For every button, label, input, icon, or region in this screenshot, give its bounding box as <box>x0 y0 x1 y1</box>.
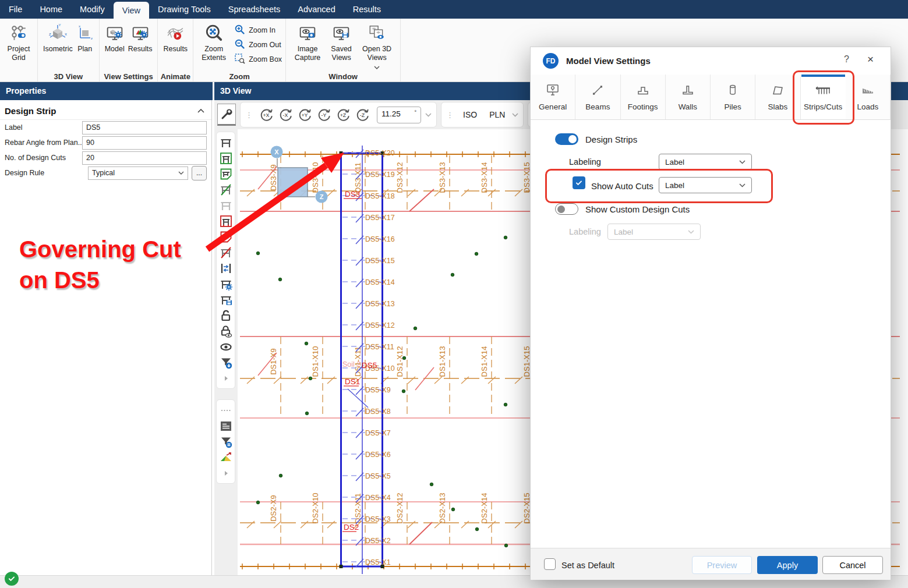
property-row-rebar-angle: Rebar Angle from Plan... 90 <box>0 135 211 150</box>
tab-footings-label: Footings <box>628 102 658 111</box>
preview-button[interactable]: Preview <box>692 556 752 574</box>
label-field-input[interactable]: DS5 <box>82 121 207 134</box>
dialog-tab-slabs[interactable]: Slabs <box>755 75 800 119</box>
tab-file[interactable]: File <box>0 0 31 19</box>
member-frame-icon[interactable] <box>218 134 234 150</box>
frame-save-icon[interactable] <box>218 292 234 307</box>
member-boxed-green-icon[interactable] <box>218 150 234 166</box>
dialog-title: Model View Settings <box>566 56 651 66</box>
rotation-angle-input[interactable]: 11.25 ° <box>377 107 421 123</box>
tab-spreadsheets[interactable]: Spreadsheets <box>220 0 289 19</box>
rebar-angle-input[interactable]: 90 <box>82 136 207 150</box>
member-boxed-red-icon[interactable] <box>218 213 234 229</box>
member-partial-red-icon[interactable] <box>218 229 234 245</box>
tab-modify[interactable]: Modify <box>71 0 114 19</box>
view-tools-wrench-button[interactable] <box>217 104 236 126</box>
chevron-down-icon[interactable] <box>374 63 380 72</box>
dialog-tab-piles[interactable]: Piles <box>711 75 755 119</box>
tab-home[interactable]: Home <box>31 0 71 19</box>
open-3d-views-button[interactable]: Open 3D Views <box>357 20 397 73</box>
design-strips-toggle[interactable] <box>555 133 578 145</box>
member-diagonal-red-icon[interactable] <box>218 245 234 260</box>
member-diagonal-green-icon[interactable] <box>218 182 234 197</box>
iso-view-button[interactable]: ISO <box>458 110 482 119</box>
results-settings-button[interactable]: Results <box>126 20 154 55</box>
rotate-minus-x-button[interactable]: -X <box>276 105 295 125</box>
custom-labeling-dropdown[interactable]: Label <box>607 224 701 240</box>
frame-settings-icon[interactable] <box>218 276 234 292</box>
lock-eye-icon[interactable] <box>218 323 234 339</box>
design-cuts-input[interactable]: 20 <box>82 151 207 165</box>
strip-labeling-dropdown[interactable]: Label <box>659 154 752 170</box>
grip-dots-icon[interactable] <box>218 402 234 418</box>
selected-tab-indicator <box>801 75 845 77</box>
eye-icon[interactable] <box>218 339 234 355</box>
zoom-extents-button[interactable]: Zoom Extents <box>197 20 231 63</box>
render-icon[interactable] <box>218 449 234 465</box>
image-capture-button[interactable]: Image Capture <box>289 20 326 63</box>
dialog-tab-walls[interactable]: Walls <box>666 75 711 119</box>
project-grid-button[interactable]: Project Grid <box>3 20 34 63</box>
auto-cuts-labeling-dropdown[interactable]: Label <box>659 177 752 193</box>
zoom-in-button[interactable]: Zoom In <box>234 23 282 37</box>
properties-panel-header: Properties <box>0 82 213 100</box>
rotate-plusminus-x-button[interactable]: +X <box>257 105 276 125</box>
tab-results[interactable]: Results <box>344 0 390 19</box>
unlock-icon[interactable] <box>218 307 234 323</box>
collapse-chevron-icon[interactable] <box>197 109 204 113</box>
close-icon[interactable]: × <box>867 53 874 66</box>
selection-tools-group <box>216 399 235 484</box>
chevron-right-icon[interactable] <box>218 370 234 386</box>
label-field-label: Label <box>5 123 82 132</box>
rotate-plusminus-z-button[interactable]: +Z <box>334 105 353 125</box>
grip-handle-icon[interactable]: ⋮ <box>446 111 454 119</box>
animate-results-button[interactable]: Results <box>161 20 189 55</box>
rotate-minus-z-button[interactable]: -Z <box>353 105 372 125</box>
spacing-arrows-icon[interactable] <box>218 260 234 276</box>
view-dropdown-chevron-icon[interactable] <box>512 113 518 117</box>
cancel-button[interactable]: Cancel <box>822 556 883 574</box>
list-icon[interactable] <box>218 418 234 434</box>
isometric-icon: YXZ <box>48 22 67 45</box>
open-3d-views-label: Open 3D Views <box>359 45 395 62</box>
member-frame-gray-icon[interactable] <box>218 197 234 213</box>
apply-button[interactable]: Apply <box>757 556 818 574</box>
set-as-default-checkbox[interactable] <box>544 558 556 570</box>
zoom-out-button[interactable]: Zoom Out <box>234 37 282 52</box>
saved-views-button[interactable]: Saved Views <box>326 20 357 63</box>
dialog-tab-footings[interactable]: Footings <box>621 75 666 119</box>
properties-title: Properties <box>6 86 46 95</box>
zoom-box-button[interactable]: Zoom Box <box>234 52 282 66</box>
angle-dropdown-chevron-icon[interactable] <box>425 113 432 117</box>
dialog-tab-beams[interactable]: Beams <box>575 75 620 119</box>
svg-text:-X: -X <box>283 112 288 118</box>
tab-advanced[interactable]: Advanced <box>289 0 344 19</box>
show-custom-design-cuts-toggle[interactable] <box>555 203 578 215</box>
grip-handle-icon[interactable]: ⋮ <box>245 111 253 119</box>
model-settings-button[interactable]: Model <box>103 20 126 55</box>
animate-results-icon <box>167 22 184 45</box>
dialog-tab-loads[interactable]: Loads <box>846 75 891 119</box>
tab-drawing-tools[interactable]: Drawing Tools <box>149 0 220 19</box>
zoom-extents-label: Zoom Extents <box>199 45 229 62</box>
chevron-right-icon[interactable] <box>218 465 234 481</box>
rotate-toolbar-group: ⋮ +X-X+Y-Y+Z-Z 11.25 ° <box>240 102 437 127</box>
rotate-minus-y-button[interactable]: -Y <box>315 105 334 125</box>
dialog-tab-general[interactable]: General <box>531 75 575 119</box>
isometric-button[interactable]: YXZ Isometric <box>41 20 75 55</box>
design-rule-more-button[interactable]: ... <box>192 166 207 180</box>
help-button[interactable]: ? <box>844 54 849 65</box>
member-partial-green-icon[interactable] <box>218 166 234 182</box>
plan-view-button[interactable]: PLN <box>484 110 510 119</box>
svg-text:-Z: -Z <box>360 112 365 118</box>
plan-button[interactable]: xz Plan <box>75 20 96 55</box>
dialog-header[interactable]: FD Model View Settings ? × <box>531 47 891 75</box>
filter-equal-icon[interactable] <box>218 434 234 449</box>
show-auto-cuts-checkbox[interactable] <box>573 176 585 189</box>
rotate-plusminus-y-button[interactable]: +Y <box>295 105 315 125</box>
dialog-tab-strips-cuts[interactable]: Strips/Cuts <box>801 75 846 119</box>
design-rule-select[interactable]: Typical <box>88 167 188 180</box>
filter-download-icon[interactable] <box>218 355 234 370</box>
tab-view[interactable]: View <box>114 2 149 19</box>
svg-text:+Z: +Z <box>340 112 347 118</box>
